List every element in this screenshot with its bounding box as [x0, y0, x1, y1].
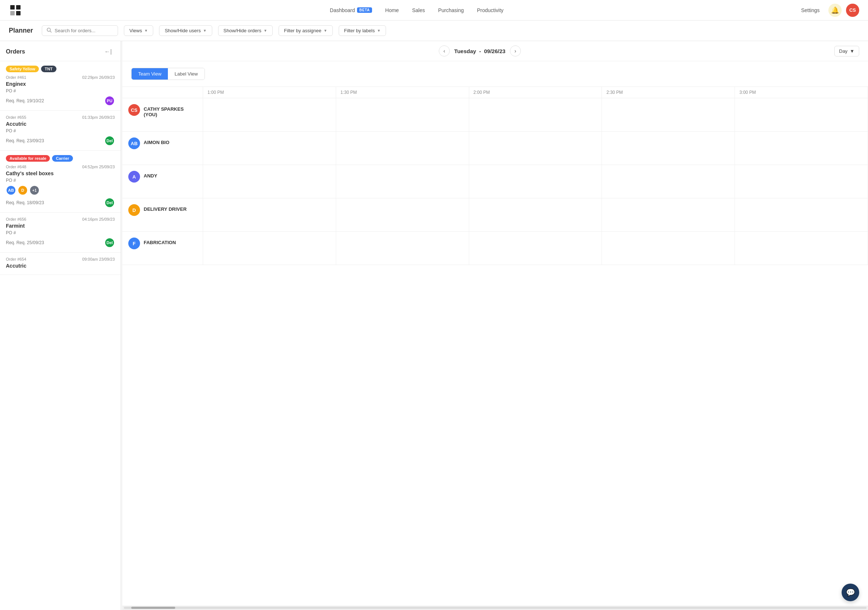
filter-labels-button[interactable]: Filter by labels ▼ — [339, 25, 386, 36]
svg-rect-3 — [16, 11, 20, 16]
user-name: FABRICATION — [144, 237, 176, 245]
prev-day-button[interactable]: ‹ — [439, 45, 450, 56]
nav-dashboard[interactable]: Dashboard BETA — [324, 5, 378, 16]
collapse-icon: ←| — [104, 48, 112, 55]
time-cell[interactable] — [602, 198, 735, 231]
order-req: Req. Req. 23/09/23 — [6, 138, 44, 143]
scroll-track[interactable] — [124, 607, 866, 609]
search-box[interactable] — [42, 25, 118, 36]
avatar: Del — [104, 136, 115, 146]
main-layout: Orders ←| Safety Yellow TNT Order #461 0… — [0, 41, 868, 610]
user-row: A ANDY — [122, 165, 868, 198]
time-cell[interactable] — [203, 165, 336, 198]
order-req: Req. Req. 18/09/23 — [6, 200, 44, 205]
view-select-button[interactable]: Day ▼ — [834, 46, 859, 56]
time-cell[interactable] — [469, 98, 602, 131]
time-cell[interactable] — [203, 98, 336, 131]
nav-productivity[interactable]: Productivity — [471, 5, 509, 16]
tag-safety-yellow: Safety Yellow — [6, 66, 39, 72]
user-name: AIMON BIO — [144, 138, 169, 145]
time-cell[interactable] — [602, 165, 735, 198]
list-item[interactable]: Safety Yellow TNT Order #461 02:29pm 26/… — [0, 61, 121, 111]
chevron-down-icon: ▼ — [377, 29, 380, 33]
order-date: 04:52pm 25/09/23 — [82, 165, 115, 169]
tab-team-view[interactable]: Team View — [132, 68, 168, 79]
time-cell[interactable] — [469, 232, 602, 265]
planner-header: Planner Views ▼ Show/Hide users ▼ Show/H… — [0, 20, 868, 41]
user-name: CATHY SPARKES (YOU) — [144, 104, 197, 117]
time-cell[interactable] — [469, 132, 602, 165]
time-cell[interactable] — [203, 132, 336, 165]
time-cell[interactable] — [735, 132, 868, 165]
time-cell[interactable] — [203, 232, 336, 265]
chevron-left-icon: ‹ — [443, 48, 445, 54]
cal-date-value: 09/26/23 — [484, 48, 505, 54]
order-po: PO # — [6, 128, 115, 133]
time-cell[interactable] — [602, 98, 735, 131]
show-hide-orders-button[interactable]: Show/Hide orders ▼ — [218, 25, 273, 36]
user-row: AB AIMON BIO — [122, 132, 868, 165]
time-cell[interactable] — [336, 165, 469, 198]
time-cell[interactable] — [203, 198, 336, 231]
show-hide-orders-label: Show/Hide orders — [223, 28, 261, 33]
order-date: 09:00am 23/09/23 — [82, 257, 115, 261]
avatar-group: Del — [104, 237, 115, 248]
order-name: Enginex — [6, 81, 115, 87]
list-item[interactable]: Order #655 01:33pm 26/09/23 Accutric PO … — [0, 111, 121, 151]
list-item[interactable]: Available for resale Carrier Order #648 … — [0, 151, 121, 213]
view-tabs: Team View Label View — [131, 68, 205, 80]
time-slot-2: 1:30 PM — [336, 87, 469, 98]
search-input[interactable] — [54, 28, 113, 33]
time-spacer — [122, 87, 203, 98]
order-meta: Order #654 09:00am 23/09/23 — [6, 257, 115, 261]
time-cell[interactable] — [602, 232, 735, 265]
list-item[interactable]: Order #656 04:16pm 25/09/23 Farmint PO #… — [0, 213, 121, 253]
nav-purchasing[interactable]: Purchasing — [432, 5, 470, 16]
beta-badge: BETA — [357, 7, 372, 13]
time-cell[interactable] — [602, 132, 735, 165]
collapse-sidebar-button[interactable]: ←| — [102, 47, 115, 56]
next-day-button[interactable]: › — [510, 45, 521, 56]
user-calendar[interactable] — [203, 232, 868, 265]
time-cell[interactable] — [469, 198, 602, 231]
nav-sales[interactable]: Sales — [406, 5, 431, 16]
user-calendar[interactable] — [203, 198, 868, 231]
time-cell[interactable] — [336, 132, 469, 165]
order-meta: Order #648 04:52pm 25/09/23 — [6, 165, 115, 169]
order-meta: Order #656 04:16pm 25/09/23 — [6, 217, 115, 221]
calendar-toolbar: ‹ Tuesday - 09/26/23 › Day ▼ — [122, 41, 868, 61]
user-avatar: D — [128, 204, 140, 216]
user-calendar[interactable] — [203, 98, 868, 131]
user-calendar[interactable] — [203, 165, 868, 198]
notification-button[interactable]: 🔔 — [828, 4, 842, 17]
time-cell[interactable] — [336, 232, 469, 265]
show-hide-users-button[interactable]: Show/Hide users ▼ — [159, 25, 212, 36]
order-number: Order #654 — [6, 257, 26, 261]
order-name: Farmint — [6, 223, 115, 229]
filter-assignee-button[interactable]: Filter by assignee ▼ — [279, 25, 333, 36]
order-req: Req. Req. 19/10/22 — [6, 98, 44, 103]
settings-link[interactable]: Settings — [797, 5, 824, 16]
time-cell[interactable] — [336, 98, 469, 131]
views-filter-label: Views — [129, 28, 142, 33]
time-cell[interactable] — [336, 198, 469, 231]
user-avatar-nav[interactable]: CS — [846, 4, 859, 17]
time-cell[interactable] — [735, 165, 868, 198]
user-info: F FABRICATION — [122, 232, 203, 265]
chevron-right-icon: › — [515, 48, 516, 54]
time-cell[interactable] — [469, 165, 602, 198]
list-item[interactable]: Order #654 09:00am 23/09/23 Accutric — [0, 253, 121, 275]
time-cell[interactable] — [735, 98, 868, 131]
logo[interactable] — [9, 4, 22, 17]
scroll-thumb[interactable] — [131, 607, 175, 609]
tab-label-view[interactable]: Label View — [168, 68, 204, 79]
nav-home[interactable]: Home — [380, 5, 405, 16]
horizontal-scrollbar[interactable] — [122, 605, 868, 610]
time-cell[interactable] — [735, 198, 868, 231]
views-filter-button[interactable]: Views ▼ — [124, 25, 153, 36]
user-calendar[interactable] — [203, 132, 868, 165]
order-number: Order #648 — [6, 165, 26, 169]
time-cell[interactable] — [735, 232, 868, 265]
chat-button[interactable]: 💬 — [842, 584, 859, 601]
order-req-footer: Req. Req. 18/09/23 Del — [6, 197, 115, 208]
